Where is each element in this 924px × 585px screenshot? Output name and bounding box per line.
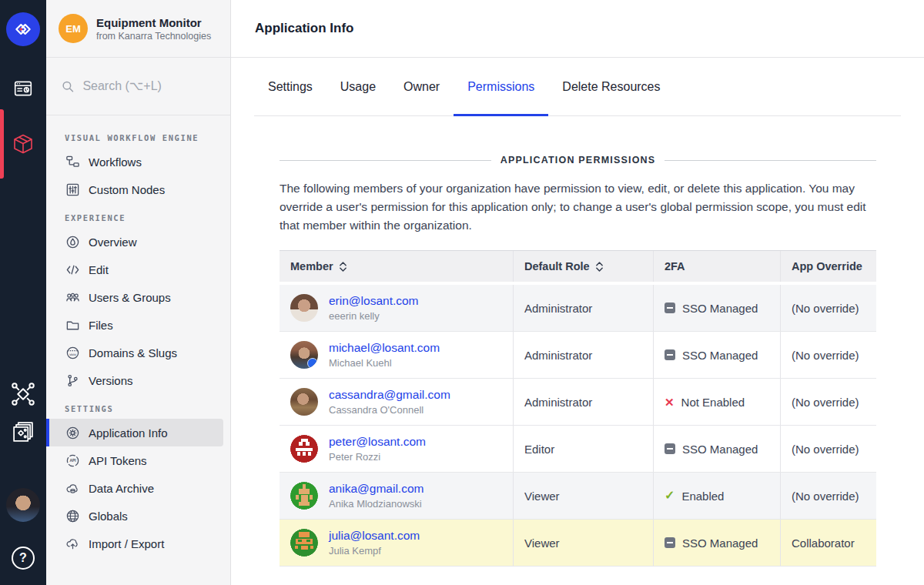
- sidebar-item-custom-nodes[interactable]: Custom Nodes: [46, 176, 230, 203]
- domains-icon: www: [65, 345, 80, 360]
- member-name: Julia Kempf: [329, 545, 420, 557]
- section-label-experience: EXPERIENCE: [46, 203, 230, 228]
- sso-managed-icon: [665, 537, 675, 548]
- sidebar-item-domains-slugs[interactable]: www Domains & Slugs: [46, 339, 230, 366]
- permissions-content: APPLICATION PERMISSIONS The following me…: [280, 116, 876, 567]
- member-email-link[interactable]: erin@losant.com: [329, 294, 419, 308]
- member-email-link[interactable]: anika@gmail.com: [329, 482, 424, 496]
- sidebar-item-label: Domains & Slugs: [89, 346, 177, 359]
- tab-usage[interactable]: Usage: [326, 58, 390, 115]
- tab-settings[interactable]: Settings: [254, 58, 326, 115]
- help-icon[interactable]: ?: [0, 547, 46, 570]
- member-email-link[interactable]: cassandra@gmail.com: [329, 388, 450, 402]
- member-name: Cassandra O'Connell: [329, 404, 450, 416]
- versions-icon: [65, 373, 80, 388]
- permissions-description: The following members of your organizati…: [280, 179, 876, 235]
- section-title: APPLICATION PERMISSIONS: [500, 155, 656, 165]
- default-role-cell: Administrator: [513, 332, 653, 378]
- user-avatar[interactable]: [0, 488, 46, 522]
- sidebar-item-versions[interactable]: Versions: [46, 366, 230, 394]
- sidebar-item-edit[interactable]: Edit: [46, 256, 230, 283]
- table-row: cassandra@gmail.com Cassandra O'Connell …: [280, 379, 876, 426]
- tab-bar: Settings Usage Owner Permissions Delete …: [254, 58, 901, 116]
- sidebar-item-label: Files: [89, 319, 113, 332]
- table-row: erin@losant.com eeerin kelly Administrat…: [280, 285, 876, 332]
- app-name: Equipment Monitor: [96, 15, 211, 30]
- default-role-cell: Editor: [513, 426, 653, 472]
- folder-icon: [65, 317, 80, 333]
- sidebar-item-api-tokens[interactable]: API API Tokens: [46, 446, 230, 474]
- search-icon: [62, 79, 74, 94]
- network-nodes-icon[interactable]: [0, 382, 46, 406]
- column-header-default-role[interactable]: Default Role: [513, 251, 653, 282]
- app-override-cell: (No override): [780, 426, 876, 472]
- member-email-link[interactable]: michael@losant.com: [329, 341, 440, 355]
- sidebar-item-import-export[interactable]: Import / Export: [46, 530, 230, 557]
- svg-text:www: www: [69, 352, 76, 356]
- sidebar-item-users-groups[interactable]: Users & Groups: [46, 283, 230, 311]
- losant-logo-circle: [6, 12, 40, 46]
- workflow-package-icon[interactable]: [0, 132, 46, 155]
- section-divider: APPLICATION PERMISSIONS: [280, 155, 876, 165]
- user-avatar-photo: [6, 488, 40, 522]
- app-avatar: EM: [59, 14, 88, 43]
- app-header: EM Equipment Monitor from Kanarra Techno…: [46, 0, 230, 58]
- edit-icon: [65, 262, 80, 277]
- page-title: Application Info: [255, 21, 353, 36]
- tab-permissions[interactable]: Permissions: [454, 58, 548, 115]
- member-avatar: [290, 341, 318, 369]
- table-row: peter@losant.com Peter Rozzi Editor SSO …: [280, 426, 876, 473]
- applications-icon[interactable]: [0, 79, 46, 99]
- tab-owner[interactable]: Owner: [390, 58, 454, 115]
- table-row: michael@losant.com Michael Kuehl Adminis…: [280, 332, 876, 379]
- stacked-pages-icon[interactable]: [0, 420, 46, 443]
- sidebar-item-workflows[interactable]: Workflows: [46, 148, 230, 176]
- app-override-cell: (No override): [780, 332, 876, 378]
- gear-icon: [65, 425, 80, 440]
- sidebar-item-overview[interactable]: Overview: [46, 228, 230, 256]
- search-input[interactable]: [82, 79, 215, 93]
- sidebar-item-label: Versions: [89, 374, 133, 387]
- app-override-cell: (No override): [780, 285, 876, 331]
- sidebar-item-files[interactable]: Files: [46, 311, 230, 339]
- sidebar-item-data-archive[interactable]: Data Archive: [46, 474, 230, 502]
- app-subtitle: from Kanarra Technologies: [96, 30, 211, 42]
- not-enabled-icon: ✕: [665, 396, 675, 408]
- member-avatar-pixel-red: [290, 435, 318, 463]
- sidebar-item-label: Data Archive: [89, 482, 154, 495]
- sidebar-item-label: Overview: [89, 236, 137, 249]
- sidebar-nav: VISUAL WORKFLOW ENGINE Workflows: [46, 115, 230, 585]
- users-icon: [65, 289, 80, 305]
- 2fa-cell: ✓ Enabled: [653, 473, 780, 519]
- sidebar-item-label: Workflows: [89, 155, 142, 169]
- sidebar-item-label: Users & Groups: [89, 291, 171, 304]
- api-icon: API: [65, 453, 80, 468]
- tab-delete-resources[interactable]: Delete Resources: [548, 58, 674, 115]
- member-name: Anika Mlodzianowski: [329, 498, 424, 510]
- losant-logo[interactable]: [0, 12, 46, 46]
- sso-managed-icon: [665, 303, 675, 313]
- column-header-2fa: 2FA: [653, 251, 780, 282]
- sidebar-item-label: Import / Export: [89, 537, 164, 550]
- column-header-member[interactable]: Member: [280, 251, 513, 282]
- table-row: anika@gmail.com Anika Mlodzianowski View…: [280, 473, 876, 520]
- main-panel: Application Info Settings Usage Owner Pe…: [231, 0, 924, 585]
- column-header-app-override: App Override: [780, 251, 876, 282]
- 2fa-cell: SSO Managed: [653, 332, 780, 378]
- sidebar-item-label: Edit: [89, 263, 109, 276]
- member-email-link[interactable]: peter@losant.com: [329, 435, 426, 449]
- sidebar-item-globals[interactable]: Globals: [46, 502, 230, 530]
- 2fa-cell: SSO Managed: [653, 426, 780, 472]
- globe-icon: [65, 508, 80, 523]
- app-override-cell: Collaborator: [780, 520, 876, 566]
- member-avatar: [290, 388, 318, 416]
- 2fa-cell: SSO Managed: [653, 285, 780, 331]
- table-row-highlighted: julia@losant.com Julia Kempf Viewer SSO …: [280, 520, 876, 567]
- default-role-cell: Viewer: [513, 520, 653, 566]
- app-override-cell: (No override): [780, 379, 876, 425]
- sidebar-item-label: API Tokens: [89, 454, 147, 467]
- sidebar-item-application-info[interactable]: Application Info: [46, 419, 223, 446]
- member-email-link[interactable]: julia@losant.com: [329, 529, 420, 543]
- default-role-cell: Administrator: [513, 379, 653, 425]
- default-role-cell: Viewer: [513, 473, 653, 519]
